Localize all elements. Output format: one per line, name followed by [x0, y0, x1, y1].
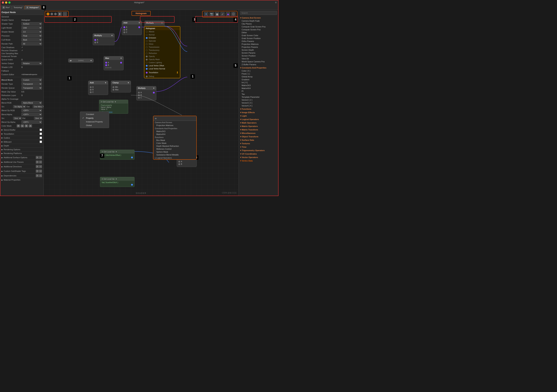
max-node[interactable]: Max ▼ A B (0,0,0,0): [104, 56, 124, 70]
tab-hologram[interactable]: S Hologram*: [25, 5, 41, 9]
get-local-var-node-2[interactable]: ≡ Get Local Var ▼ Var( GlitchVertexOffse…: [100, 150, 135, 160]
clamp-node[interactable]: Clamp ▼ Min Max: [111, 81, 131, 92]
right-item-global-array[interactable]: Global Array: [239, 75, 278, 78]
right-item-camera-depth-fade[interactable]: Camera Depth Fade: [239, 19, 278, 22]
cmask-g[interactable]: G: [21, 124, 24, 127]
src-select[interactable]: Src Alpha: [13, 105, 26, 108]
dropdown-property[interactable]: ✓ Property: [80, 116, 109, 120]
multiply-node-1[interactable]: Multiply ▼ A B: [93, 33, 115, 45]
cast-shadows-check[interactable]: ✓: [21, 46, 23, 48]
tessellation-checkbox[interactable]: [40, 133, 42, 135]
right-item-clip-planes[interactable]: Clip Planes: [239, 22, 278, 25]
camera-icon[interactable]: 📷: [209, 12, 214, 16]
receive-shadows-check[interactable]: ✓: [21, 49, 23, 52]
material-properties-header[interactable]: ▶ Material Properties: [0, 178, 43, 182]
dependencies-header[interactable]: ▶ Dependencies + −: [0, 174, 43, 178]
cmask-a[interactable]: A: [29, 124, 32, 127]
blend-alpha-select[interactable]: <OFF>: [21, 113, 42, 116]
add-node-2[interactable]: Add ▼ A B C: [88, 81, 108, 95]
toolbar-circle-gray2[interactable]: [54, 13, 57, 15]
src2-select[interactable]: Zero: [13, 117, 22, 120]
canvas-search-input[interactable]: [153, 116, 196, 121]
additional-use-passes-header[interactable]: ▶ Additional Use Passes + −: [0, 160, 43, 164]
right-item-view-dir[interactable]: View Dir: [239, 57, 278, 60]
dropdown-global[interactable]: Global: [80, 124, 109, 127]
right-item-vector2[interactable]: Vector2 [ 2 ]: [239, 98, 278, 101]
hologram-main-node[interactable]: Hologram Albedo Normal Emission Specula: [144, 26, 180, 78]
multiply-arrow-3[interactable]: ▼: [153, 87, 155, 89]
get-local-arrow-3[interactable]: ▼: [115, 178, 117, 180]
multiply-node-3[interactable]: Multiply ▼ A B C: [136, 86, 156, 100]
add-arrow-1[interactable]: ▼: [138, 22, 140, 24]
right-item-template-param[interactable]: Template Parameter: [239, 96, 278, 98]
rendering-platforms-header[interactable]: ▶ Rendering Platforms: [0, 152, 43, 155]
additional-directives-plus[interactable]: +: [36, 165, 39, 168]
canvas-search-popup[interactable]: Camera And Screen Projection Matrices Co…: [153, 116, 197, 160]
grid-icon[interactable]: ▦: [215, 12, 219, 16]
right-item-matrix4x4[interactable]: Matrix4X4: [239, 87, 278, 90]
dst2-select[interactable]: Zero: [34, 117, 42, 120]
additional-surface-minus[interactable]: −: [39, 156, 42, 159]
clamp-arrow[interactable]: ▼: [127, 82, 129, 84]
right-item-vector3[interactable]: Vector3 [ 3 ]: [239, 101, 278, 104]
dropdown-constant[interactable]: Constant: [80, 112, 109, 116]
canvas-area[interactable]: 🗑 ⋯ 2 Hologram 3 ⬆ 📷 ▦ ⤢ ◆ ⓘ 4 5 1 1 1: [44, 10, 238, 196]
popup-item-sphere-mask[interactable]: Sphere Mask: [153, 150, 196, 153]
popup-item-midtones[interactable]: Midtones Control: [153, 147, 196, 150]
popup-item-matrix3x3[interactable]: Matrix3X3: [153, 130, 196, 133]
popup-item-matrix4x4[interactable]: Matrix4X4: [153, 133, 196, 136]
shader-model-select[interactable]: 3.0: [21, 30, 42, 33]
right-item-gradient[interactable]: Gradient: [239, 78, 278, 81]
multiply-arrow-2[interactable]: ▼: [161, 22, 163, 24]
right-item-dither[interactable]: Dither: [239, 31, 278, 34]
right-item-screen-params[interactable]: Screen Params: [239, 51, 278, 54]
property-dropdown[interactable]: Constant ✓ Property Instanced Property G…: [80, 112, 109, 128]
right-item-screen-position[interactable]: Screen Position: [239, 54, 278, 57]
outline-checkbox[interactable]: [40, 136, 42, 139]
additional-directives-minus[interactable]: −: [39, 165, 42, 168]
cull-mode-select[interactable]: Back: [21, 38, 42, 41]
max-arrow[interactable]: ▼: [120, 57, 122, 59]
dependencies-plus[interactable]: +: [36, 174, 39, 177]
additional-surface-header[interactable]: ▶ Additional Surface Options + −: [0, 155, 43, 160]
maximize-button[interactable]: [8, 1, 10, 4]
rendering-options-header[interactable]: ▶ Rendering Options: [0, 148, 43, 151]
right-item-color5[interactable]: Color [ 5 ]: [239, 69, 278, 72]
close-button[interactable]: [2, 1, 4, 4]
diamond-icon[interactable]: ◆: [226, 12, 230, 16]
popup-item-color-mask[interactable]: Color Mask: [153, 142, 196, 144]
cmask-b[interactable]: B: [25, 124, 28, 127]
popup-item-projection[interactable]: Projection Matrices: [153, 124, 196, 127]
tab-rim[interactable]: S Rim*: [1, 5, 12, 9]
right-item-screen-depth[interactable]: Screen Depth: [239, 48, 278, 51]
search-input[interactable]: [240, 11, 277, 15]
toolbar-circle-orange[interactable]: [47, 13, 49, 16]
vertex-output-select[interactable]: Relative: [21, 62, 42, 65]
toolbar-extra[interactable]: ⋯: [63, 12, 67, 16]
custom-subshadertags-minus[interactable]: −: [39, 170, 42, 173]
blend-mode-select[interactable]: Custom: [21, 78, 42, 81]
right-item-vector4[interactable]: Vector4 [ 4 ]: [239, 104, 278, 107]
dropdown-instanced[interactable]: Instanced Property: [80, 120, 109, 124]
add-node-1[interactable]: Add ▼ A B C: [122, 21, 142, 35]
popup-item-box-mask[interactable]: Box Mask: [153, 139, 196, 142]
get-local-arrow-1[interactable]: ▼: [114, 101, 116, 103]
depth-header[interactable]: ▶ Depth: [0, 144, 43, 147]
tab-texturing[interactable]: Texturing*: [12, 5, 24, 9]
render-queue-select[interactable]: Transparent: [21, 86, 42, 89]
render-path-select[interactable]: All: [21, 42, 42, 45]
expand-icon[interactable]: ⤢: [220, 12, 225, 16]
additional-use-passes-minus[interactable]: −: [39, 160, 42, 163]
right-item-projection-matrices[interactable]: Projection Matrices: [239, 43, 278, 46]
custom-subshadertags-plus[interactable]: +: [36, 170, 39, 173]
add-arrow-2[interactable]: ▼: [105, 82, 106, 84]
additional-surface-plus[interactable]: +: [36, 156, 39, 159]
toolbar-delete[interactable]: 🗑: [58, 12, 62, 16]
download-icon[interactable]: ⬇: [176, 71, 179, 74]
info-icon[interactable]: ⓘ: [231, 12, 236, 16]
right-item-projection-params[interactable]: Projection Params: [239, 46, 278, 48]
popup-item-depth-masked[interactable]: Depth Masked Refraction: [153, 144, 196, 147]
right-item-ortho-params[interactable]: Ortho Params: [239, 40, 278, 43]
stencil-checkbox[interactable]: [40, 129, 42, 131]
toolbar-circle-gray1[interactable]: [50, 13, 53, 15]
